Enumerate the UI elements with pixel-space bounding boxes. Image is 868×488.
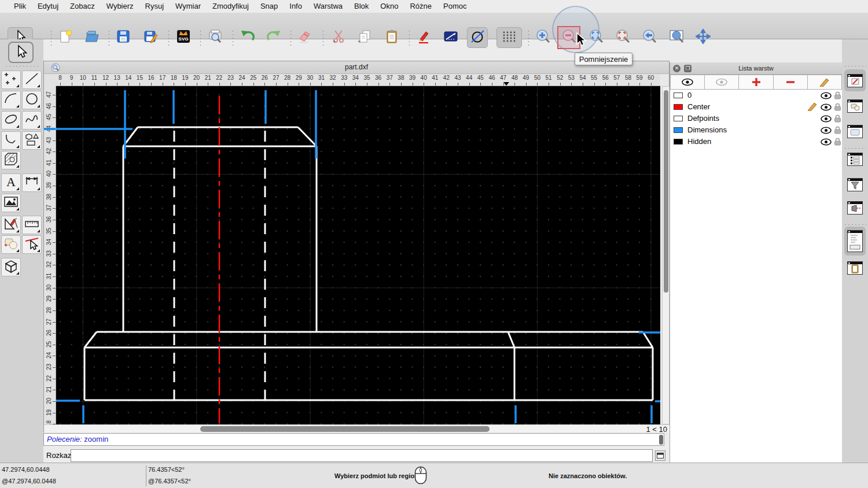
- layer-visibility-icon[interactable]: [821, 138, 832, 148]
- save-button[interactable]: [113, 27, 134, 48]
- menu-różne[interactable]: Różne: [404, 0, 437, 13]
- layer-visibility-icon[interactable]: [821, 103, 832, 113]
- previous-view-button[interactable]: [639, 27, 660, 48]
- selection-tool-button[interactable]: [8, 42, 34, 63]
- layer-row-hidden[interactable]: Hidden: [670, 136, 842, 147]
- menu-okno[interactable]: Okno: [374, 0, 404, 13]
- layers-dock-button[interactable]: [847, 74, 863, 87]
- new-document-button[interactable]: [55, 27, 76, 48]
- polyline-tool-button[interactable]: [1, 131, 21, 150]
- dimension-settings-button[interactable]: [440, 27, 461, 48]
- cad-line-outline[interactable]: [298, 127, 317, 146]
- add-layer-button[interactable]: [739, 75, 773, 90]
- block-tools-button[interactable]: [1, 235, 21, 254]
- save-as-button[interactable]: [141, 27, 161, 48]
- menu-zmodyfikuj[interactable]: Zmodyfikuj: [207, 0, 255, 13]
- copy-button[interactable]: +: [354, 27, 375, 48]
- menu-zobacz[interactable]: Zobacz: [64, 0, 101, 13]
- 3d-box-button[interactable]: [1, 258, 21, 276]
- ellipse-tool-button[interactable]: [1, 111, 21, 130]
- points-tool-button[interactable]: [1, 71, 21, 89]
- layer-row-dimensions[interactable]: Dimensions: [670, 124, 842, 136]
- hide-all-layers-button[interactable]: [705, 75, 739, 90]
- layer-lock-icon[interactable]: [834, 126, 841, 136]
- vertical-scrollbar-thumb[interactable]: [664, 90, 668, 293]
- text-tool-button[interactable]: A: [1, 173, 21, 192]
- measure-tool-button[interactable]: [22, 216, 42, 234]
- menu-snap[interactable]: Snap: [255, 0, 284, 13]
- undo-button[interactable]: [237, 27, 258, 48]
- menu-wymiar[interactable]: Wymiar: [170, 0, 207, 13]
- menu-rysuj[interactable]: Rysuj: [139, 0, 170, 13]
- redo-button[interactable]: [263, 27, 284, 48]
- image-tool-button[interactable]: [1, 194, 21, 212]
- layer-lock-icon[interactable]: [834, 138, 841, 148]
- menu-blok[interactable]: Blok: [348, 0, 374, 13]
- h-ruler-tick: [367, 83, 367, 86]
- dimension-tool-button[interactable]: [22, 173, 42, 192]
- menu-wybierz[interactable]: Wybierz: [101, 0, 139, 13]
- menu-info[interactable]: Info: [284, 0, 308, 13]
- grid-toggle[interactable]: [496, 27, 522, 48]
- zoom-in-button[interactable]: [532, 27, 553, 48]
- layer-lock-icon[interactable]: [834, 91, 841, 102]
- edit-layer-button[interactable]: [808, 75, 842, 90]
- print-preview-button[interactable]: [205, 27, 226, 48]
- hatch-tool-button[interactable]: [1, 151, 21, 169]
- svg-text:A: A: [6, 175, 16, 189]
- menu-pomoc[interactable]: Pomoc: [437, 0, 472, 13]
- layer-lock-icon[interactable]: [834, 103, 841, 113]
- v-ruler-label: 30: [46, 283, 52, 291]
- clipboard-dock-button[interactable]: [847, 261, 863, 275]
- svg-export-button[interactable]: SVG: [173, 27, 194, 48]
- zoom-selection-button[interactable]: [612, 27, 633, 48]
- ortho-circle-toggle[interactable]: [467, 27, 488, 48]
- line-tool-button[interactable]: [22, 71, 42, 89]
- cad-line-outline[interactable]: [643, 332, 653, 347]
- entity-list-dock-button[interactable]: [847, 153, 863, 166]
- circle-tool-button[interactable]: [22, 91, 42, 109]
- pen-wizard-dock-button[interactable]: [847, 201, 863, 215]
- layer-visibility-icon[interactable]: [821, 91, 832, 102]
- cad-line-outline[interactable]: [84, 332, 97, 347]
- library-dock-button[interactable]: [847, 125, 863, 138]
- command-history-scrollbar[interactable]: [659, 435, 663, 445]
- v-ruler-tick: [53, 288, 56, 289]
- show-all-layers-button[interactable]: [670, 75, 705, 90]
- command-dock-button[interactable]: [847, 230, 863, 252]
- h-ruler-label: 46: [488, 75, 495, 81]
- auto-zoom-button[interactable]: [693, 27, 713, 48]
- drawing-canvas[interactable]: [56, 86, 660, 424]
- vertical-scrollbar[interactable]: [662, 86, 670, 424]
- command-input[interactable]: [71, 449, 653, 462]
- toolbar-separator: [50, 29, 53, 47]
- horizontal-scrollbar-thumb[interactable]: [200, 426, 490, 432]
- layer-lock-icon[interactable]: [834, 114, 841, 125]
- menu-edytuj[interactable]: Edytuj: [32, 0, 64, 13]
- blocks-dock-button[interactable]: [847, 99, 863, 113]
- pick-entity-button[interactable]: [22, 235, 42, 254]
- layer-row-defpoints[interactable]: Defpoints: [670, 113, 842, 124]
- open-file-button[interactable]: [81, 27, 102, 48]
- layer-row-0[interactable]: 0: [670, 90, 842, 101]
- layer-row-center[interactable]: Center: [670, 101, 842, 113]
- arc-tool-button[interactable]: [1, 91, 21, 109]
- cad-tools-button[interactable]: [1, 216, 21, 234]
- menu-plik[interactable]: Plik: [8, 0, 32, 13]
- cad-line-outline[interactable]: [508, 332, 514, 347]
- command-window-toggle-button[interactable]: [655, 450, 665, 461]
- horizontal-scrollbar[interactable]: 1 < 10: [44, 424, 670, 433]
- delete-button[interactable]: [295, 27, 315, 48]
- menu-warstwa[interactable]: Warstwa: [308, 0, 348, 13]
- filter-dock-button[interactable]: [847, 178, 863, 191]
- paste-button[interactable]: [381, 27, 402, 48]
- remove-layer-button[interactable]: [774, 75, 808, 90]
- mouse-cursor: [575, 32, 589, 51]
- layer-visibility-icon[interactable]: [821, 126, 832, 136]
- cut-button[interactable]: +: [328, 27, 349, 48]
- pen-settings-button[interactable]: [414, 27, 435, 48]
- shapes-tool-button[interactable]: [22, 131, 42, 150]
- spline-tool-button[interactable]: [22, 111, 42, 130]
- zoom-page-button[interactable]: [666, 27, 687, 48]
- layer-visibility-icon[interactable]: [821, 114, 832, 125]
